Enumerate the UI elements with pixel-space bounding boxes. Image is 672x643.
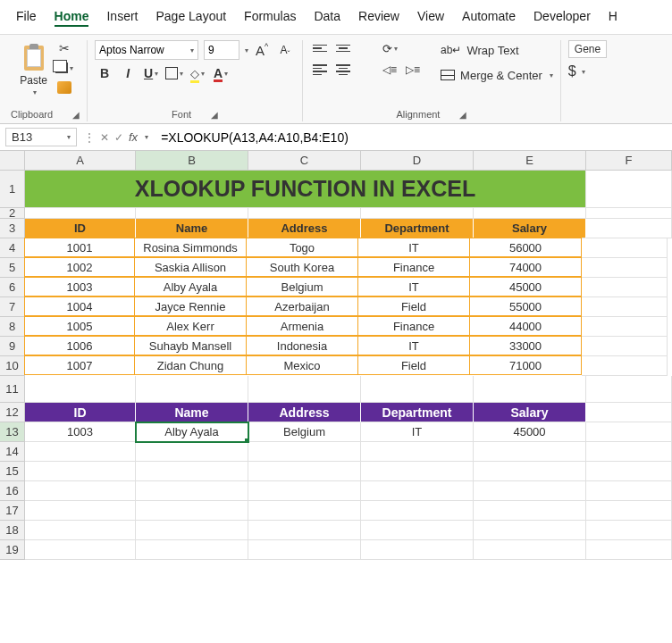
table-cell-B8[interactable]: Alex Kerr [134,316,247,336]
fill-color-button[interactable]: ◇▾ [188,65,207,81]
row-header-2[interactable]: 2 [0,208,25,219]
cell-A18[interactable] [25,521,136,540]
cell-D2[interactable] [361,208,474,219]
row-header-14[interactable]: 14 [0,442,25,462]
increase-indent-button[interactable]: ▷≡ [403,62,423,78]
col-header-C[interactable]: C [248,151,361,170]
table-cell-D8[interactable]: Finance [357,316,470,336]
lookup-cell-salary[interactable]: 45000 [474,422,586,442]
cell-F5[interactable] [582,258,668,278]
cell-C14[interactable] [248,442,361,462]
copy-button[interactable]: ▾ [55,60,74,76]
menu-home[interactable]: Home [55,7,89,27]
lookup-header-address[interactable]: Address [248,403,361,422]
cancel-formula-button[interactable]: ✕ [100,131,109,144]
row-header-12[interactable]: 12 [0,403,25,422]
chevron-down-icon[interactable]: ▾ [33,88,37,96]
cell-F14[interactable] [586,442,672,462]
clipboard-dialog-launcher[interactable]: ◢ [72,110,80,120]
table-cell-D7[interactable]: Field [357,296,470,316]
lookup-header-salary[interactable]: Salary [474,403,586,422]
table-cell-E10[interactable]: 71000 [469,355,582,375]
sheet-title[interactable]: XLOOKUP FUNCTION IN EXCEL [25,171,586,208]
cell-C18[interactable] [248,521,361,540]
fx-button[interactable]: fx [129,130,138,144]
cell-E16[interactable] [474,481,586,501]
row-header-8[interactable]: 8 [0,317,25,337]
lookup-header-name[interactable]: Name [136,403,248,422]
cell-A19[interactable] [25,540,136,560]
increase-font-button[interactable]: A^ [252,42,272,58]
font-name-input[interactable] [99,44,189,56]
cell-F8[interactable] [582,317,668,337]
row-header-6[interactable]: 6 [0,278,25,297]
lookup-cell-department[interactable]: IT [361,422,474,442]
cell-F13[interactable] [586,422,672,442]
table-cell-A8[interactable]: 1005 [24,316,135,336]
row-header-18[interactable]: 18 [0,521,25,540]
table-cell-E8[interactable]: 44000 [469,316,582,336]
cell-F4[interactable] [582,238,668,258]
font-size-input[interactable] [204,40,239,60]
cell-F12[interactable] [586,403,672,422]
cell-D16[interactable] [361,481,474,501]
cell-F15[interactable] [586,462,672,481]
menu-review[interactable]: Review [358,7,399,27]
col-header-E[interactable]: E [474,151,586,170]
align-middle-button[interactable] [333,40,353,56]
cell-C19[interactable] [248,540,361,560]
cell-B11[interactable] [136,376,248,403]
col-header-D[interactable]: D [361,151,474,170]
cell-A11[interactable] [25,376,136,403]
row-header-1[interactable]: 1 [0,171,25,208]
table-header-department[interactable]: Department [361,219,474,238]
paste-button[interactable]: Paste ▾ [16,40,51,100]
enter-formula-button[interactable]: ✓ [114,131,123,144]
table-cell-C5[interactable]: South Korea [246,257,358,277]
cell-B2[interactable] [136,208,248,219]
table-cell-E7[interactable]: 55000 [469,296,582,316]
menu-view[interactable]: View [417,7,444,27]
cell-C16[interactable] [248,481,361,501]
table-cell-E5[interactable]: 74000 [469,257,582,277]
cell-F19[interactable] [586,540,672,560]
cell-C2[interactable] [248,208,361,219]
font-family-select[interactable]: ▾ [95,40,198,60]
row-header-3[interactable]: 3 [0,219,25,238]
table-cell-E6[interactable]: 45000 [469,277,582,296]
col-header-F[interactable]: F [586,151,672,170]
lookup-header-department[interactable]: Department [361,403,474,422]
decrease-indent-button[interactable]: ◁≡ [380,62,399,78]
cell-F2[interactable] [586,208,672,219]
table-cell-C7[interactable]: Azerbaijan [246,296,358,316]
decrease-font-button[interactable]: Aˇ [275,42,295,58]
col-header-B[interactable]: B [136,151,248,170]
formula-bar[interactable] [155,129,667,146]
font-color-button[interactable]: A▾ [211,65,231,81]
table-cell-B5[interactable]: Saskia Allison [134,257,247,277]
align-top-button[interactable] [310,40,330,56]
cell-C15[interactable] [248,462,361,481]
table-cell-D4[interactable]: IT [357,238,470,257]
name-box[interactable]: B13▾ [5,128,77,146]
table-cell-C10[interactable]: Mexico [246,355,358,375]
cell-E18[interactable] [474,521,586,540]
cell-D19[interactable] [361,540,474,560]
row-header-16[interactable]: 16 [0,481,25,501]
cut-button[interactable]: ✂ [55,40,74,56]
cell-F17[interactable] [586,501,672,521]
cell-E2[interactable] [474,208,586,219]
menu-formulas[interactable]: Formulas [244,7,296,27]
cell-F16[interactable] [586,481,672,501]
cell-F7[interactable] [582,297,668,317]
table-cell-A4[interactable]: 1001 [24,238,135,257]
table-header-salary[interactable]: Salary [474,219,586,238]
align-bottom-button[interactable] [357,40,376,56]
cell-C17[interactable] [248,501,361,521]
cell-B17[interactable] [136,501,248,521]
wrap-text-button[interactable]: ab↵ Wrap Text [441,40,553,60]
row-header-15[interactable]: 15 [0,462,25,481]
table-cell-D10[interactable]: Field [357,355,470,375]
cell-D11[interactable] [361,376,474,403]
cell-F18[interactable] [586,521,672,540]
